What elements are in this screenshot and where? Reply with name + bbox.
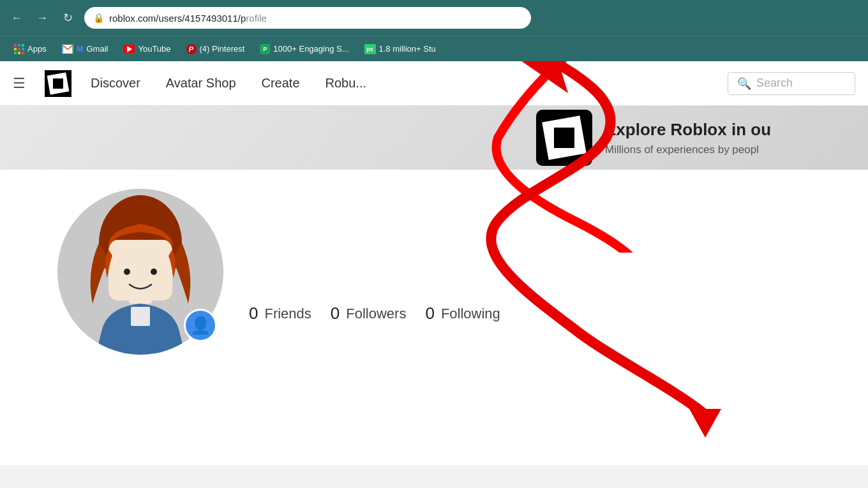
online-badge: 👤 bbox=[184, 309, 217, 342]
apps-icon bbox=[14, 44, 24, 54]
friends-stat: 0 Friends bbox=[249, 304, 311, 323]
svg-point-6 bbox=[151, 269, 157, 275]
gmail-initial: M bbox=[77, 44, 84, 54]
svg-rect-4 bbox=[108, 240, 172, 300]
page-content: ☰ Discover Avatar Shop Create Robu... 🔍 … bbox=[0, 61, 868, 465]
nav-links: Discover Avatar Shop Create Robu... bbox=[91, 76, 708, 91]
banner-title: Explore Roblox in ou bbox=[605, 120, 771, 140]
youtube-icon bbox=[123, 45, 135, 53]
bookmark-gmail[interactable]: M Gmail bbox=[56, 41, 115, 56]
bookmark-px[interactable]: px 1.8 million+ Stu bbox=[358, 41, 442, 57]
nav-discover[interactable]: Discover bbox=[91, 76, 140, 91]
followers-label: Followers bbox=[346, 306, 406, 322]
back-button[interactable]: ← bbox=[8, 9, 26, 27]
profile-area: 👤 0 Friends 0 Followers 0 Following bbox=[0, 170, 868, 465]
online-badge-icon: 👤 bbox=[190, 316, 211, 336]
pixabay-icon: P bbox=[260, 44, 270, 54]
hamburger-button[interactable]: ☰ bbox=[13, 75, 26, 92]
nav-create[interactable]: Create bbox=[262, 76, 300, 91]
youtube-label: YouTube bbox=[138, 44, 170, 54]
roblox-logo-inner bbox=[47, 72, 70, 94]
bookmark-pinterest[interactable]: P (4) Pinterest bbox=[180, 41, 251, 57]
roblox-logo[interactable] bbox=[45, 70, 71, 97]
banner-subtitle: Millions of experiences by peopl bbox=[605, 144, 771, 156]
nav-robux[interactable]: Robu... bbox=[326, 76, 366, 91]
followers-count: 0 bbox=[331, 304, 340, 323]
apps-label: Apps bbox=[27, 44, 47, 54]
following-stat: 0 Following bbox=[425, 304, 500, 323]
pinterest-label: (4) Pinterest bbox=[200, 44, 245, 54]
banner-area: Explore Roblox in ou Millions of experie… bbox=[0, 106, 868, 170]
search-placeholder-text: Search bbox=[756, 77, 793, 90]
avatar-container: 👤 bbox=[57, 189, 223, 355]
following-count: 0 bbox=[425, 304, 434, 323]
nav-avatar-shop[interactable]: Avatar Shop bbox=[166, 76, 236, 91]
reload-button[interactable]: ↻ bbox=[59, 9, 77, 27]
bookmarks-bar: Apps M Gmail YouTube P (4) Pintere bbox=[0, 36, 868, 61]
svg-point-5 bbox=[124, 269, 130, 275]
forward-button[interactable]: → bbox=[33, 9, 51, 27]
roblox-search-box[interactable]: 🔍 Search bbox=[728, 72, 855, 95]
pinterest-icon: P bbox=[186, 44, 197, 54]
gmail-label: Gmail bbox=[86, 44, 108, 54]
bookmark-pixabay[interactable]: P 1000+ Engaging S... bbox=[253, 41, 355, 57]
banner-logo-square bbox=[542, 115, 587, 160]
address-bar[interactable]: 🔒 roblox.com/users/4157493011/profile bbox=[84, 7, 531, 29]
px-icon: px bbox=[364, 44, 376, 54]
search-icon: 🔍 bbox=[737, 77, 751, 91]
address-bar-row: ← → ↻ 🔒 roblox.com/users/4157493011/prof… bbox=[0, 0, 868, 36]
pixabay-label: 1000+ Engaging S... bbox=[273, 44, 348, 54]
bookmark-apps[interactable]: Apps bbox=[8, 41, 53, 57]
lock-icon: 🔒 bbox=[93, 13, 104, 23]
following-label: Following bbox=[441, 306, 500, 322]
profile-stats: 0 Friends 0 Followers 0 Following bbox=[249, 304, 500, 323]
url-text: roblox.com/users/4157493011/profile bbox=[109, 13, 522, 24]
friends-count: 0 bbox=[249, 304, 258, 323]
bookmark-youtube[interactable]: YouTube bbox=[117, 41, 177, 56]
svg-rect-3 bbox=[131, 307, 150, 326]
roblox-header: ☰ Discover Avatar Shop Create Robu... 🔍 … bbox=[0, 61, 868, 106]
banner-text: Explore Roblox in ou Millions of experie… bbox=[605, 120, 771, 156]
px-label: 1.8 million+ Stu bbox=[379, 44, 436, 54]
followers-stat: 0 Followers bbox=[331, 304, 407, 323]
friends-label: Friends bbox=[264, 306, 311, 322]
browser-chrome: ← → ↻ 🔒 roblox.com/users/4157493011/prof… bbox=[0, 0, 868, 61]
gmail-icon bbox=[62, 45, 73, 54]
banner-logo bbox=[536, 110, 592, 166]
